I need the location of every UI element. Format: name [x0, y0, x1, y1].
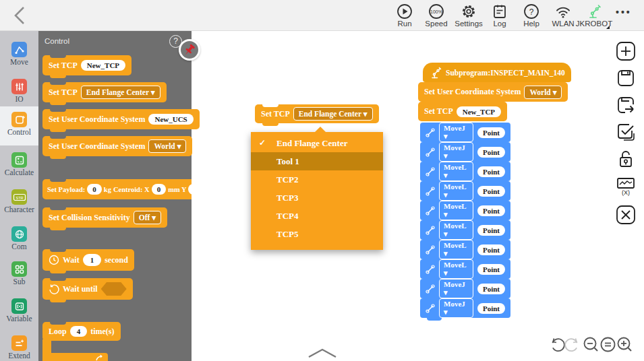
program-hat-subprogram[interactable]: Subprogram:INSPECT_MAIN_140 — [423, 63, 571, 82]
program-block-move-1[interactable]: MoveJ ▾ Point — [420, 123, 510, 142]
canvas-block-set-tcp[interactable]: Set TCP End Flange Center ▾ — [255, 104, 379, 123]
com-icon — [11, 226, 27, 242]
collision-dropdown[interactable]: Off ▾ — [134, 211, 161, 224]
back-button[interactable] — [9, 4, 31, 27]
multi-select-button[interactable] — [616, 122, 636, 142]
robot-arm-icon — [586, 3, 602, 20]
payload-kg-field[interactable]: 0 — [87, 184, 102, 195]
move-type-dropdown[interactable]: MoveL ▾ — [439, 220, 473, 240]
menu-item-tool1[interactable]: Tool 1 — [251, 152, 383, 170]
sidebar-item-sub[interactable]: Sub — [0, 259, 38, 294]
move-type-dropdown[interactable]: MoveL ▾ — [439, 259, 473, 279]
move-type-dropdown[interactable]: MoveJ ▾ — [439, 279, 473, 298]
menu-item-tcp6-clipped[interactable]: TCP6 — [251, 243, 383, 250]
program-block-move-8[interactable]: MoveL ▾ Point — [420, 259, 510, 279]
move-type-dropdown[interactable]: MoveL ▾ — [439, 240, 473, 259]
move-type-dropdown[interactable]: MoveJ ▾ — [439, 123, 473, 142]
palette-block-set-ucs-dropdown[interactable]: Set User Coordinate System World ▾ — [42, 136, 192, 156]
point-field[interactable]: Point — [477, 284, 505, 294]
wait-seconds-field[interactable]: 1 — [83, 254, 102, 266]
move-type-dropdown[interactable]: MoveL ▾ — [439, 181, 473, 201]
point-field[interactable]: Point — [477, 303, 505, 314]
tcp-dropdown-open[interactable]: End Flange Center ▾ — [293, 107, 373, 121]
sidebar-item-control[interactable]: Control — [0, 106, 38, 145]
move-icon — [11, 42, 27, 57]
tcp-dropdown[interactable]: End Flange Center ▾ — [81, 86, 160, 99]
palette-block-set-ucs-input[interactable]: Set User Coordinate System New_UCS — [42, 109, 200, 129]
sidebar-item-calculate[interactable]: Calculate — [0, 150, 38, 185]
sidebar-item-extend[interactable]: Extend — [0, 333, 38, 361]
robot-menu-button[interactable]: JKROBOT — [575, 0, 614, 31]
move-type-dropdown[interactable]: MoveL ▾ — [439, 201, 473, 220]
more-button[interactable]: ••• — [616, 7, 639, 18]
program-block-move-7[interactable]: MoveL ▾ Point — [420, 240, 510, 259]
palette-block-wait-until[interactable]: Wait until — [42, 278, 133, 300]
zoom-in-button[interactable] — [616, 336, 633, 353]
move-type-dropdown[interactable]: MoveL ▾ — [439, 162, 473, 181]
variable-monitor-button[interactable]: (X) — [616, 176, 636, 196]
sidebar-item-variable[interactable]: Variable — [0, 296, 38, 331]
program-block-move-5[interactable]: MoveL ▾ Point — [420, 201, 510, 220]
ucs-dropdown[interactable]: World ▾ — [524, 86, 562, 99]
sidebar-item-com[interactable]: Com — [0, 224, 38, 259]
menu-item-tcp2[interactable]: TCP2 — [251, 170, 383, 189]
program-block-move-6[interactable]: MoveL ▾ Point — [420, 220, 510, 240]
ucs-name-field[interactable]: New_UCS — [148, 114, 193, 125]
block-label: Set User Coordinate System — [49, 114, 145, 125]
program-block-move-4[interactable]: MoveL ▾ Point — [420, 181, 510, 201]
point-field[interactable]: Point — [477, 166, 505, 177]
undo-button[interactable] — [548, 336, 564, 353]
zoom-out-icon — [583, 336, 599, 353]
palette-block-set-tcp-dropdown[interactable]: Set TCP End Flange Center ▾ — [42, 82, 167, 102]
palette-block-collision[interactable]: Set Collision Sensitivity Off ▾ — [42, 207, 167, 228]
loop-count-field[interactable]: 4 — [70, 326, 88, 337]
ucs-dropdown[interactable]: World ▾ — [148, 139, 186, 153]
condition-slot[interactable] — [101, 282, 127, 296]
zoom-out-button[interactable] — [583, 336, 599, 353]
menu-item-end-flange-center[interactable]: ✓ End Flange Center — [251, 134, 383, 152]
expand-panel-button[interactable] — [305, 348, 340, 361]
tcp-name-field[interactable]: New_TCP — [457, 106, 501, 117]
point-field[interactable]: Point — [477, 186, 505, 197]
payload-x-field[interactable]: 0 — [152, 184, 167, 195]
menu-item-tcp4[interactable]: TCP4 — [251, 207, 383, 225]
program-block-move-10[interactable]: MoveJ ▾ Point — [420, 298, 510, 318]
menu-item-tcp3[interactable]: TCP3 — [251, 189, 383, 207]
palette-block-loop-header[interactable]: Loop 4 time(s) — [42, 322, 121, 341]
sidebar-item-move[interactable]: Move — [0, 39, 38, 74]
new-program-button[interactable] — [616, 41, 636, 61]
point-field[interactable]: Point — [477, 264, 505, 275]
point-field[interactable]: Point — [477, 205, 505, 216]
program-block-set-ucs[interactable]: Set User Coordinate System World ▾ — [418, 82, 568, 102]
move-type-dropdown[interactable]: MoveJ ▾ — [439, 142, 473, 162]
block-tab — [50, 75, 66, 78]
tcp-name-field[interactable]: New_TCP — [81, 60, 125, 71]
payload-y-field-partial[interactable] — [188, 184, 204, 195]
point-field[interactable]: Point — [477, 147, 505, 158]
save-as-button[interactable] — [616, 95, 636, 115]
pin-palette-button[interactable] — [179, 39, 200, 61]
redo-button[interactable] — [565, 336, 582, 353]
zoom-reset-button[interactable] — [599, 336, 616, 353]
point-field[interactable]: Point — [477, 225, 505, 236]
sidebar-item-character[interactable]: STR Character — [0, 187, 38, 222]
point-field[interactable]: Point — [477, 244, 505, 255]
menu-item-tcp5[interactable]: TCP5 — [251, 225, 383, 243]
block-label: Loop — [49, 327, 67, 337]
sub-icon — [11, 261, 27, 277]
program-block-move-3[interactable]: MoveL ▾ Point — [420, 162, 510, 181]
close-button[interactable] — [616, 205, 636, 225]
chevron-down-icon: ▾ — [177, 142, 181, 150]
program-block-set-tcp[interactable]: Set TCP New_TCP — [418, 102, 507, 121]
palette-block-set-tcp-input[interactable]: Set TCP New_TCP — [42, 55, 131, 75]
palette-block-wait[interactable]: Wait 1 second — [42, 249, 134, 271]
tcp-dropdown-menu: ✓ End Flange Center Tool 1 TCP2 TCP3 TCP… — [251, 132, 383, 250]
waypoint-icon — [426, 147, 435, 157]
palette-block-set-payload[interactable]: Set Payload: 0 kg Centroid: X 0 mm Y — [42, 179, 219, 199]
program-block-move-9[interactable]: MoveJ ▾ Point — [420, 279, 510, 298]
program-block-move-2[interactable]: MoveJ ▾ Point — [420, 142, 510, 162]
lock-button[interactable] — [616, 149, 636, 169]
move-type-dropdown[interactable]: MoveJ ▾ — [439, 298, 473, 318]
point-field[interactable]: Point — [477, 127, 505, 138]
save-button[interactable] — [616, 68, 636, 88]
